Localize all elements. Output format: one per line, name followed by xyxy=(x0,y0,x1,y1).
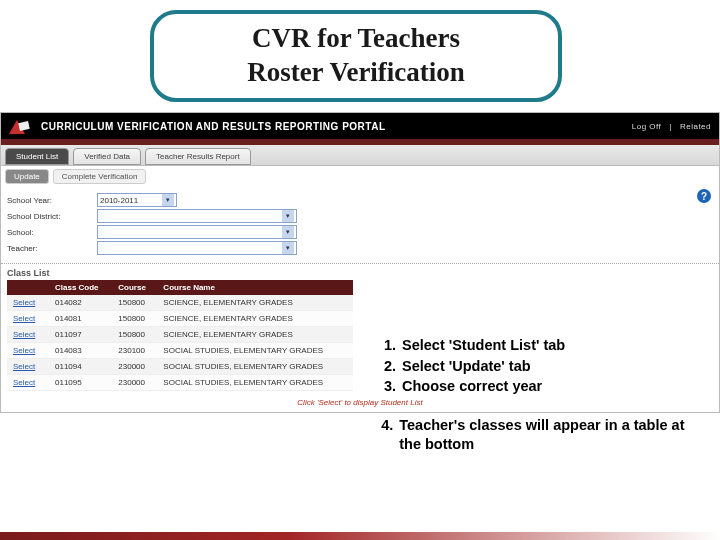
slide-title-line1: CVR for Teachers xyxy=(154,22,558,56)
cell-code: 011097 xyxy=(49,327,112,343)
select-school[interactable]: ▾ xyxy=(97,225,297,239)
logoff-link[interactable]: Log Off xyxy=(632,122,662,131)
cell-course: 230100 xyxy=(112,343,157,359)
cell-course: 230000 xyxy=(112,359,157,375)
cell-name: SCIENCE, ELEMENTARY GRADES xyxy=(157,311,353,327)
instruction-text: Select 'Student List' tab xyxy=(402,336,565,356)
divider: | xyxy=(669,122,672,131)
help-icon[interactable]: ? xyxy=(697,189,711,203)
svg-rect-1 xyxy=(18,121,29,131)
col-class-code: Class Code xyxy=(49,280,112,295)
sub-tabs: Update Complete Verification xyxy=(1,166,719,187)
class-list-body: Select014082150800SCIENCE, ELEMENTARY GR… xyxy=(7,295,353,391)
instruction-text: Teacher's classes will appear in a table… xyxy=(399,416,700,455)
cell-course: 230000 xyxy=(112,375,157,391)
slide-title-box: CVR for Teachers Roster Verification xyxy=(150,10,562,102)
cell-course: 150800 xyxy=(112,311,157,327)
table-row: Select011095230000SOCIAL STUDIES, ELEMEN… xyxy=(7,375,353,391)
cell-course: 150800 xyxy=(112,327,157,343)
portal-header-title: CURRICULUM VERIFICATION AND RESULTS REPO… xyxy=(41,121,386,132)
instruction-text: Select 'Update' tab xyxy=(402,357,531,377)
cell-code: 014082 xyxy=(49,295,112,311)
label-school-district: School District: xyxy=(7,212,97,221)
table-row: Select011094230000SOCIAL STUDIES, ELEMEN… xyxy=(7,359,353,375)
label-school: School: xyxy=(7,228,97,237)
select-link[interactable]: Select xyxy=(13,378,35,387)
class-list-table: Class Code Course Course Name Select0140… xyxy=(7,280,353,391)
school-year-value: 2010-2011 xyxy=(100,196,138,205)
col-blank xyxy=(7,280,49,295)
cell-code: 014081 xyxy=(49,311,112,327)
portal-header: CURRICULUM VERIFICATION AND RESULTS REPO… xyxy=(1,113,719,139)
tab-student-list[interactable]: Student List xyxy=(5,148,69,165)
instruction-number: 2. xyxy=(380,357,396,377)
instruction-item: 4. Teacher's classes will appear in a ta… xyxy=(380,416,700,455)
cell-name: SOCIAL STUDIES, ELEMENTARY GRADES xyxy=(157,359,353,375)
filter-panel: ? School Year: 2010-2011 ▾ School Distri… xyxy=(1,187,719,264)
col-course-name: Course Name xyxy=(157,280,353,295)
select-school-year[interactable]: 2010-2011 ▾ xyxy=(97,193,177,207)
select-link[interactable]: Select xyxy=(13,314,35,323)
instruction-number: 4. xyxy=(380,416,393,455)
portal-logo-icon xyxy=(9,118,31,134)
label-teacher: Teacher: xyxy=(7,244,97,253)
cell-code: 011094 xyxy=(49,359,112,375)
instruction-item: 3. Choose correct year xyxy=(380,377,700,397)
slide-footer-bar xyxy=(0,532,720,540)
chevron-down-icon: ▾ xyxy=(162,194,174,206)
select-link[interactable]: Select xyxy=(13,362,35,371)
tab-teacher-results[interactable]: Teacher Results Report xyxy=(145,148,251,165)
table-row: Select011097150800SCIENCE, ELEMENTARY GR… xyxy=(7,327,353,343)
table-row: Select014081150800SCIENCE, ELEMENTARY GR… xyxy=(7,311,353,327)
select-teacher[interactable]: ▾ xyxy=(97,241,297,255)
instruction-number: 3. xyxy=(380,377,396,397)
instruction-number: 1. xyxy=(380,336,396,356)
cell-name: SCIENCE, ELEMENTARY GRADES xyxy=(157,295,353,311)
select-link[interactable]: Select xyxy=(13,298,35,307)
subtab-complete[interactable]: Complete Verification xyxy=(53,169,147,184)
instruction-list: 1. Select 'Student List' tab 2. Select '… xyxy=(380,336,700,456)
select-link[interactable]: Select xyxy=(13,346,35,355)
chevron-down-icon: ▾ xyxy=(282,210,294,222)
cell-code: 011095 xyxy=(49,375,112,391)
class-list-heading: Class List xyxy=(1,264,719,280)
subtab-update[interactable]: Update xyxy=(5,169,49,184)
cell-name: SOCIAL STUDIES, ELEMENTARY GRADES xyxy=(157,343,353,359)
related-link[interactable]: Related xyxy=(680,122,711,131)
slide-title-line2: Roster Verification xyxy=(154,56,558,90)
tab-verified-data[interactable]: Verified Data xyxy=(73,148,141,165)
cell-course: 150800 xyxy=(112,295,157,311)
cell-code: 014083 xyxy=(49,343,112,359)
cell-name: SOCIAL STUDIES, ELEMENTARY GRADES xyxy=(157,375,353,391)
instruction-item: 2. Select 'Update' tab xyxy=(380,357,700,377)
table-row: Select014083230100SOCIAL STUDIES, ELEMEN… xyxy=(7,343,353,359)
label-school-year: School Year: xyxy=(7,196,97,205)
table-row: Select014082150800SCIENCE, ELEMENTARY GR… xyxy=(7,295,353,311)
cell-name: SCIENCE, ELEMENTARY GRADES xyxy=(157,327,353,343)
main-tabs: Student List Verified Data Teacher Resul… xyxy=(1,145,719,166)
select-link[interactable]: Select xyxy=(13,330,35,339)
chevron-down-icon: ▾ xyxy=(282,242,294,254)
chevron-down-icon: ▾ xyxy=(282,226,294,238)
col-course: Course xyxy=(112,280,157,295)
instruction-item: 1. Select 'Student List' tab xyxy=(380,336,700,356)
instruction-text: Choose correct year xyxy=(402,377,542,397)
select-school-district[interactable]: ▾ xyxy=(97,209,297,223)
